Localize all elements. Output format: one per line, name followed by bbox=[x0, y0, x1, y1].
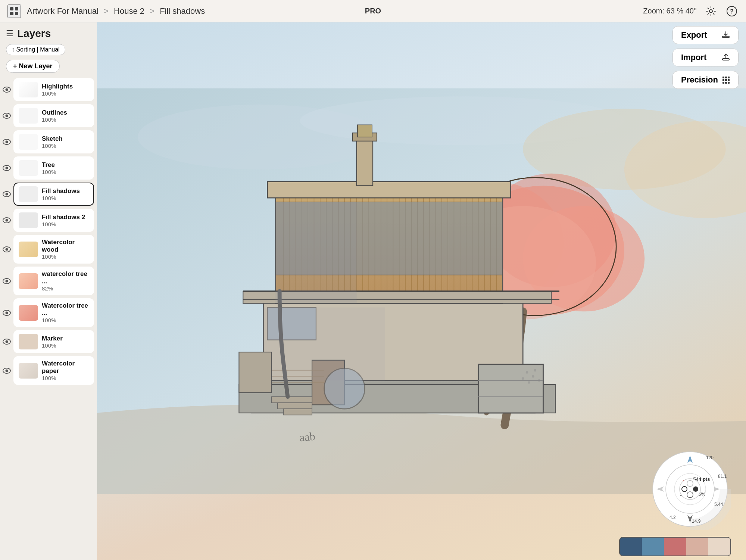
precision-wheel[interactable]: 120 81.1 5.44 14.9 4.2 .544 pts 100 bbox=[649, 448, 731, 530]
svg-rect-17 bbox=[728, 82, 730, 84]
layer-name-watercolortree2: Watercolor tree ... bbox=[42, 302, 89, 317]
layer-thumb-outlines bbox=[19, 108, 38, 124]
svg-rect-107 bbox=[284, 409, 312, 415]
layer-card-marker[interactable]: Marker100% bbox=[13, 330, 94, 353]
svg-point-27 bbox=[6, 193, 8, 196]
svg-text:81.1: 81.1 bbox=[718, 474, 727, 479]
svg-rect-95 bbox=[358, 125, 372, 137]
layer-thumb-fillshadows bbox=[19, 186, 38, 202]
layer-eye-sketch[interactable] bbox=[0, 139, 13, 145]
layers-list: Highlights100%Outlines100%Sketch100%Tree… bbox=[0, 77, 97, 560]
svg-rect-112 bbox=[275, 202, 356, 304]
layer-info-marker: Marker100% bbox=[42, 335, 89, 349]
color-swatch-5[interactable] bbox=[708, 538, 730, 556]
svg-rect-105 bbox=[271, 397, 312, 403]
breadcrumb-art[interactable]: Artwork For Manual bbox=[27, 6, 99, 16]
layer-name-fillshadows2: Fill shadows 2 bbox=[42, 214, 89, 221]
svg-point-33 bbox=[6, 280, 8, 282]
layer-info-tree: Tree100% bbox=[42, 161, 89, 175]
svg-rect-2 bbox=[10, 12, 13, 15]
canvas-area[interactable]: aab bbox=[97, 22, 746, 560]
export-button[interactable]: Export bbox=[672, 26, 739, 44]
layer-row-outlines: Outlines100% bbox=[0, 103, 97, 129]
svg-rect-16 bbox=[725, 82, 727, 84]
layer-name-tree: Tree bbox=[42, 161, 89, 169]
svg-text:aab: aab bbox=[299, 430, 316, 444]
layer-card-sketch[interactable]: Sketch100% bbox=[13, 130, 94, 153]
grid-menu-button[interactable] bbox=[7, 4, 21, 18]
layer-card-fillshadows[interactable]: Fill shadows100% bbox=[13, 183, 94, 206]
layer-thumb-watercolortree2 bbox=[19, 305, 38, 321]
svg-point-19 bbox=[6, 88, 8, 91]
layer-thumb-fillshadows2 bbox=[19, 212, 38, 228]
layer-name-highlights: Highlights bbox=[42, 83, 89, 90]
svg-point-115 bbox=[526, 371, 528, 374]
breadcrumb-fill[interactable]: Fill shadows bbox=[160, 6, 205, 16]
canvas-background: aab bbox=[97, 22, 746, 560]
layer-opacity-tree: 100% bbox=[42, 169, 89, 175]
svg-point-39 bbox=[6, 369, 8, 372]
svg-text:120: 120 bbox=[706, 455, 714, 460]
svg-rect-114 bbox=[239, 352, 271, 393]
layer-eye-outlines[interactable] bbox=[0, 113, 13, 119]
svg-rect-113 bbox=[263, 307, 385, 380]
layer-name-watercolorwood: Watercolor wood bbox=[42, 239, 89, 253]
layer-opacity-highlights: 100% bbox=[42, 90, 89, 97]
layer-card-watercolorwood[interactable]: Watercolor wood100% bbox=[13, 235, 94, 264]
hamburger-button[interactable]: ☰ bbox=[6, 29, 13, 38]
layer-opacity-fillshadows: 100% bbox=[42, 195, 89, 201]
color-swatch-3[interactable] bbox=[664, 538, 686, 556]
svg-point-23 bbox=[6, 141, 8, 143]
layer-opacity-fillshadows2: 100% bbox=[42, 221, 89, 227]
layer-info-watercolortree2: Watercolor tree ...100% bbox=[42, 302, 89, 323]
layer-eye-highlights[interactable] bbox=[0, 87, 13, 93]
precision-button[interactable]: Precision bbox=[672, 71, 739, 89]
layer-name-watercolorpaper: Watercolor paper bbox=[42, 360, 89, 375]
svg-rect-9 bbox=[722, 77, 724, 78]
layer-eye-fillshadows[interactable] bbox=[0, 191, 13, 197]
layer-eye-tree[interactable] bbox=[0, 165, 13, 171]
layer-row-sketch: Sketch100% bbox=[0, 129, 97, 155]
color-palette[interactable] bbox=[619, 537, 731, 556]
layer-card-tree[interactable]: Tree100% bbox=[13, 156, 94, 180]
layers-sidebar: ☰ Layers ↕ Sorting | Manual + New Layer … bbox=[0, 22, 97, 560]
layer-eye-marker[interactable] bbox=[0, 339, 13, 345]
header: Artwork For Manual > House 2 > Fill shad… bbox=[0, 0, 746, 22]
layer-card-highlights[interactable]: Highlights100% bbox=[13, 78, 94, 101]
help-button[interactable]: ? bbox=[725, 4, 739, 18]
sorting-button[interactable]: ↕ Sorting | Manual bbox=[6, 44, 65, 55]
svg-point-117 bbox=[522, 377, 524, 380]
layer-opacity-watercolorpaper: 100% bbox=[42, 375, 89, 381]
layer-eye-fillshadows2[interactable] bbox=[0, 217, 13, 223]
svg-point-118 bbox=[534, 369, 537, 372]
layer-card-fillshadows2[interactable]: Fill shadows 2100% bbox=[13, 209, 94, 232]
layer-card-outlines[interactable]: Outlines100% bbox=[13, 104, 94, 127]
layer-thumb-watercolorpaper bbox=[19, 363, 38, 379]
layer-row-tree: Tree100% bbox=[0, 155, 97, 181]
layer-info-sketch: Sketch100% bbox=[42, 135, 89, 149]
import-button[interactable]: Import bbox=[672, 49, 739, 66]
layer-opacity-sketch: 100% bbox=[42, 143, 89, 149]
svg-rect-10 bbox=[725, 77, 727, 78]
breadcrumb-house[interactable]: House 2 bbox=[114, 6, 144, 16]
layer-eye-watercolorwood[interactable] bbox=[0, 246, 13, 252]
layer-name-fillshadows: Fill shadows bbox=[42, 187, 89, 195]
layer-name-watercolortree1: watercolor tree ... bbox=[42, 270, 89, 285]
layer-eye-watercolortree2[interactable] bbox=[0, 310, 13, 316]
layer-eye-watercolortree1[interactable] bbox=[0, 278, 13, 284]
layer-eye-watercolorpaper[interactable] bbox=[0, 368, 13, 374]
layer-row-watercolorwood: Watercolor wood100% bbox=[0, 233, 97, 265]
svg-rect-14 bbox=[728, 79, 730, 81]
layer-opacity-watercolortree1: 82% bbox=[42, 285, 89, 292]
settings-button[interactable] bbox=[704, 4, 718, 18]
top-right-panel: Export Import Precision bbox=[672, 26, 739, 89]
svg-point-137 bbox=[682, 486, 687, 492]
color-swatch-1[interactable] bbox=[620, 538, 642, 556]
layer-card-watercolorpaper[interactable]: Watercolor paper100% bbox=[13, 356, 94, 385]
layer-card-watercolortree1[interactable]: watercolor tree ...82% bbox=[13, 267, 94, 295]
breadcrumb-sep2: > bbox=[150, 6, 154, 16]
color-swatch-4[interactable] bbox=[686, 538, 708, 556]
color-swatch-2[interactable] bbox=[642, 538, 664, 556]
layer-card-watercolortree2[interactable]: Watercolor tree ...100% bbox=[13, 298, 94, 327]
new-layer-button[interactable]: + New Layer bbox=[6, 60, 60, 73]
